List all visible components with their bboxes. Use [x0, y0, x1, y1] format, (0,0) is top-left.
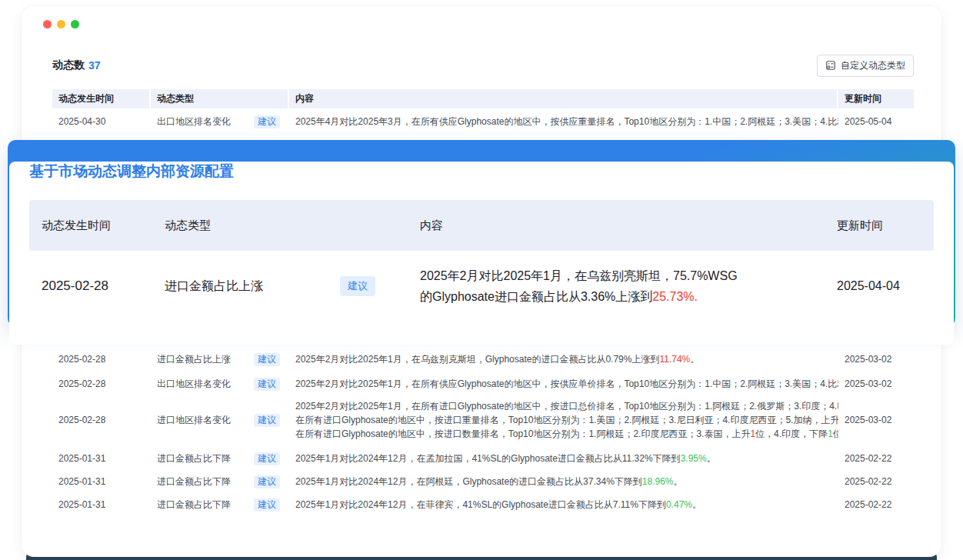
minimize-window-button[interactable] [57, 20, 65, 28]
dynamics-count: 动态数 37 [52, 58, 101, 72]
focus-column-header-type: 动态类型 [165, 218, 418, 233]
row-updated: 2025-03-02 [838, 415, 914, 425]
suggestion-badge[interactable]: 建议 [254, 353, 280, 366]
row-date: 2025-02-28 [52, 378, 151, 389]
focus-row-content: 2025年2月对比2025年1月，在乌兹别亮斯坦，75.7%WSG 的Glyph… [418, 265, 832, 307]
customize-button-label: 自定义动态类型 [841, 59, 905, 72]
row-type: 进口地区排名变化 建议 [151, 414, 289, 427]
suggestion-badge[interactable]: 建议 [254, 414, 280, 427]
focus-table-row[interactable]: 2025-02-28 进口金额占比上涨 建议 2025年2月对比2025年1月，… [29, 251, 934, 322]
window-controls [43, 20, 79, 28]
row-updated: 2025-02-22 [838, 453, 914, 464]
row-type: 出口地区排名变化 建议 [151, 378, 289, 391]
focus-row-updated: 2025-04-04 [832, 279, 934, 293]
row-updated: 2025-03-02 [838, 354, 914, 365]
focus-column-header-updated: 更新时间 [832, 218, 934, 233]
suggestion-badge[interactable]: 建议 [340, 276, 375, 296]
customize-dynamic-type-button[interactable]: 自定义动态类型 [817, 55, 914, 77]
focus-row-date: 2025-02-28 [29, 278, 165, 294]
row-type: 进口金额占比下降 建议 [151, 475, 289, 488]
row-type: 进口金额占比下降 建议 [151, 452, 289, 465]
suggestion-badge[interactable]: 建议 [254, 475, 280, 488]
row-content: 2025年1月对比2024年12月，在孟加拉国，41%SL的Glyphosate… [289, 452, 838, 465]
suggestion-badge[interactable]: 建议 [254, 498, 280, 512]
row-content: 2025年4月对比2025年3月，在所有供应Glyphosate的地区中，按供应… [289, 115, 838, 128]
table-rows-top: 2025-04-30 出口地区排名变化 建议 2025年4月对比2025年3月，… [52, 108, 914, 135]
focus-card-title: 基于市场动态调整内部资源配置 [29, 162, 934, 182]
table-row[interactable]: 2025-02-28 进口金额占比上涨 建议 2025年2月对比2025年1月，… [52, 349, 914, 369]
table-row[interactable]: 2025-01-31 进口金额占比下降 建议 2025年1月对比2024年12月… [52, 472, 914, 491]
suggestion-badge[interactable]: 建议 [254, 378, 280, 391]
table-header: 动态发生时间 动态类型 内容 更新时间 [52, 89, 914, 108]
dynamics-count-value: 37 [88, 59, 101, 72]
screen: 动态数 37 自定义动态类型 [0, 0, 963, 560]
row-content: 2025年2月对比2025年1月，在乌兹别克斯坦，Glyphosate的进口金额… [289, 352, 838, 366]
table-row[interactable]: 2025-04-30 出口地区排名变化 建议 2025年4月对比2025年3月，… [52, 108, 914, 135]
focus-table-header: 动态发生时间 动态类型 内容 更新时间 [29, 200, 934, 251]
dynamics-count-label: 动态数 [52, 58, 85, 72]
row-content: 2025年1月对比2024年12月，在阿根廷，Glyphosate的进口金额占比… [289, 475, 838, 488]
close-window-button[interactable] [43, 20, 52, 28]
row-type: 进口金额占比上涨 建议 [151, 353, 289, 366]
focus-row-type: 进口金额占比上涨 建议 [165, 276, 418, 296]
row-type: 出口地区排名变化 建议 [151, 115, 289, 128]
column-header-updated: 更新时间 [838, 89, 914, 108]
table-row[interactable]: 2025-02-28 出口地区排名变化 建议 2025年2月对比2025年1月，… [52, 374, 914, 394]
page-header: 动态数 37 自定义动态类型 [52, 55, 914, 75]
row-updated: 2025-02-22 [838, 499, 914, 510]
row-date: 2025-01-31 [52, 476, 151, 487]
focus-content-line-1: 2025年2月对比2025年1月，在乌兹别亮斯坦，75.7%WSG [420, 265, 832, 286]
row-date: 2025-02-28 [52, 415, 151, 425]
focus-column-header-content: 内容 [418, 218, 832, 233]
focus-content-line-2: 的Glyphosate进口金额占比从3.36%上涨到25.73%. [420, 286, 832, 307]
table-row[interactable]: 2025-02-28 进口地区排名变化 建议 2025年2月对比2025年1月，… [52, 398, 914, 442]
row-updated: 2025-05-04 [838, 116, 914, 127]
row-date: 2025-02-28 [52, 354, 151, 365]
row-date: 2025-04-30 [52, 116, 151, 127]
suggestion-badge[interactable]: 建议 [254, 452, 280, 465]
row-content: 2025年2月对比2025年1月，在所有供应Glyphosate的地区中，按供应… [289, 377, 838, 391]
row-date: 2025-01-31 [52, 453, 151, 464]
row-content: 2025年2月对比2025年1月，在所有进口Glyphosate的地区中，按进口… [289, 399, 838, 441]
maximize-window-button[interactable] [71, 20, 79, 28]
focus-card: 基于市场动态调整内部资源配置 动态发生时间 动态类型 内容 更新时间 2025-… [8, 140, 955, 326]
column-header-type: 动态类型 [151, 89, 288, 108]
row-updated: 2025-03-02 [838, 378, 914, 389]
focus-column-header-date: 动态发生时间 [29, 218, 165, 233]
table-row[interactable]: 2025-01-31 进口金额占比下降 建议 2025年1月对比2024年12月… [52, 495, 914, 514]
suggestion-badge[interactable]: 建议 [254, 115, 280, 128]
row-updated: 2025-02-22 [838, 476, 914, 487]
row-content: 2025年1月对比2024年12月，在菲律宾，41%SL的Glyphosate进… [289, 498, 838, 512]
column-header-date: 动态发生时间 [52, 89, 149, 108]
row-type: 进口金额占比下降 建议 [151, 498, 289, 512]
customize-form-icon [825, 60, 836, 71]
row-date: 2025-01-31 [52, 499, 151, 510]
focus-card-body: 基于市场动态调整内部资源配置 动态发生时间 动态类型 内容 更新时间 2025-… [9, 162, 954, 345]
focus-row-type-label: 进口金额占比上涨 [165, 278, 263, 295]
table-row[interactable]: 2025-01-31 进口金额占比下降 建议 2025年1月对比2024年12月… [52, 449, 914, 468]
column-header-content: 内容 [289, 89, 837, 108]
